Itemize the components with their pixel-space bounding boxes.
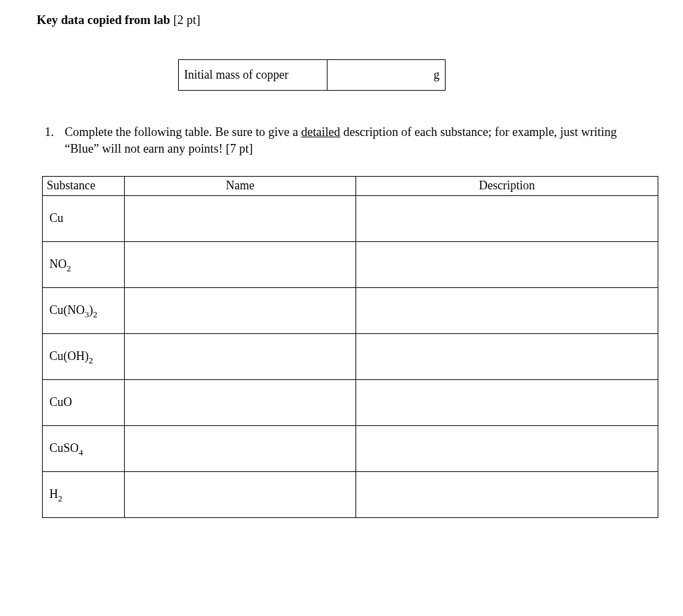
description-cell: [356, 425, 658, 471]
substance-cell: Cu(OH)2: [43, 333, 125, 379]
mass-table: Initial mass of copper g: [178, 59, 446, 91]
table-row: H2: [43, 471, 658, 517]
mass-value-cell: g: [327, 60, 446, 91]
description-cell: [356, 241, 658, 287]
table-row: Cu(OH)2: [43, 333, 658, 379]
substance-cell: CuSO4: [43, 425, 125, 471]
substance-cell: H2: [43, 471, 125, 517]
description-cell: [356, 195, 658, 241]
section-heading: Key data copied from lab [2 pt]: [37, 13, 650, 27]
mass-unit: g: [434, 68, 440, 81]
table-row: CuSO4: [43, 425, 658, 471]
substance-cell: Cu: [43, 195, 125, 241]
table-row: NO2: [43, 241, 658, 287]
substance-cell: NO2: [43, 241, 125, 287]
substance-table: Substance Name Description CuNO2Cu(NO3)2…: [42, 176, 658, 518]
table-body: CuNO2Cu(NO3)2Cu(OH)2CuOCuSO4H2: [43, 195, 658, 517]
question-text-detailed: detailed: [301, 125, 341, 139]
table-row: CuO: [43, 379, 658, 425]
mass-row: Initial mass of copper g: [179, 60, 446, 91]
mass-label-cell: Initial mass of copper: [179, 60, 327, 91]
description-cell: [356, 379, 658, 425]
header-description: Description: [356, 176, 658, 195]
question-text-a: Complete the following table. Be sure to…: [65, 125, 301, 139]
description-cell: [356, 471, 658, 517]
name-cell: [125, 241, 356, 287]
name-cell: [125, 287, 356, 333]
question-text: Complete the following table. Be sure to…: [65, 124, 650, 157]
description-cell: [356, 333, 658, 379]
page: Key data copied from lab [2 pt] Initial …: [0, 0, 683, 616]
heading-bold: Key data copied from lab: [37, 13, 170, 27]
substance-cell: CuO: [43, 379, 125, 425]
question-number: 1.: [45, 124, 65, 157]
question-1: 1. Complete the following table. Be sure…: [45, 124, 650, 157]
name-cell: [125, 425, 356, 471]
substance-cell: Cu(NO3)2: [43, 287, 125, 333]
name-cell: [125, 333, 356, 379]
table-row: Cu: [43, 195, 658, 241]
header-substance: Substance: [43, 176, 125, 195]
header-name: Name: [125, 176, 356, 195]
heading-points: [2 pt]: [170, 13, 200, 27]
name-cell: [125, 195, 356, 241]
name-cell: [125, 379, 356, 425]
name-cell: [125, 471, 356, 517]
table-row: Cu(NO3)2: [43, 287, 658, 333]
description-cell: [356, 287, 658, 333]
table-header-row: Substance Name Description: [43, 176, 658, 195]
